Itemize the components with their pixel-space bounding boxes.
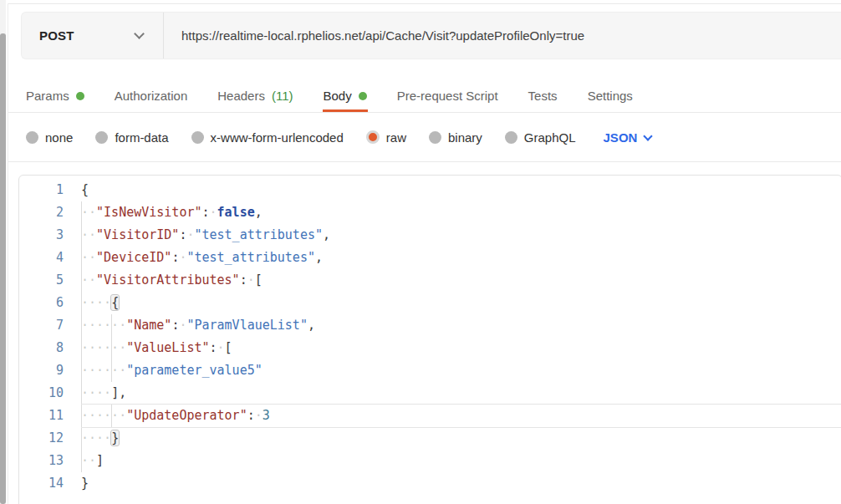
body-mode-raw[interactable]: raw — [366, 130, 406, 145]
code-text[interactable]: ··"DeviceID":·"test_attributes", — [81, 247, 841, 269]
code-line[interactable]: 8······"ValueList":·[ — [19, 337, 841, 359]
line-number: 10 — [19, 382, 71, 405]
chevron-down-icon — [644, 131, 653, 140]
line-number: 8 — [19, 337, 71, 359]
code-line[interactable]: 12····} — [19, 427, 841, 450]
line-number: 2 — [19, 201, 71, 224]
status-dot — [76, 92, 84, 100]
line-number: 5 — [19, 269, 71, 292]
tabs-divider — [8, 112, 841, 113]
code-line[interactable]: 2··"IsNewVisitor":·false, — [19, 201, 841, 224]
code-text[interactable]: ······"parameter_value5" — [81, 359, 841, 382]
body-mode-row: noneform-datax-www-form-urlencodedrawbin… — [26, 115, 651, 159]
code-line[interactable]: 6····{ — [19, 292, 841, 314]
code-line[interactable]: 11······"UpdateOperator":·3 — [19, 405, 841, 427]
tab-tests[interactable]: Tests — [528, 79, 558, 112]
request-tabs: ParamsAuthorizationHeaders(11)BodyPre-re… — [26, 79, 633, 112]
tab-authorization[interactable]: Authorization — [115, 79, 188, 112]
line-number: 1 — [19, 179, 71, 201]
code-text[interactable]: ··"IsNewVisitor":·false, — [81, 201, 841, 224]
body-mode-form-data[interactable]: form-data — [95, 130, 168, 145]
code-line[interactable]: 4··"DeviceID":·"test_attributes", — [19, 247, 841, 269]
body-mode-binary[interactable]: binary — [429, 130, 482, 145]
panel-top-border — [8, 3, 841, 4]
tab-headers[interactable]: Headers(11) — [217, 79, 293, 112]
left-scrollbar-thumb[interactable] — [0, 33, 6, 504]
radio-icon — [366, 130, 380, 144]
line-number: 6 — [19, 292, 71, 314]
line-number: 7 — [19, 314, 71, 337]
radio-icon — [95, 131, 108, 144]
method-label: POST — [39, 28, 74, 43]
line-number: 9 — [19, 359, 71, 382]
status-dot — [359, 92, 367, 100]
code-text[interactable]: ····{ — [81, 292, 841, 314]
code-text[interactable]: { — [81, 179, 841, 201]
code-line[interactable]: 3··"VisitorID":·"test_attributes", — [19, 224, 841, 247]
body-mode-x-www-form-urlencoded[interactable]: x-www-form-urlencoded — [191, 130, 344, 145]
tab-label: Params — [26, 89, 69, 103]
code-line[interactable]: 1{ — [19, 179, 841, 201]
radio-icon — [191, 131, 204, 144]
url-input[interactable]: https://realtime-local.rphelios.net/api/… — [164, 13, 841, 59]
code-line[interactable]: 14} — [19, 472, 841, 495]
code-line[interactable]: 13··] — [19, 450, 841, 472]
code-line[interactable]: 7······"Name":·"ParamVlaueList", — [19, 314, 841, 337]
language-dropdown[interactable]: JSON — [604, 130, 652, 145]
radio-icon — [26, 131, 38, 144]
body-mode-label: none — [45, 130, 73, 145]
code-line[interactable]: 5··"VisitorAttributes":·[ — [19, 269, 841, 292]
body-mode-label: x-www-form-urlencoded — [211, 130, 344, 145]
code-line[interactable]: 9······"parameter_value5" — [19, 359, 841, 382]
code-text[interactable]: ······"UpdateOperator":·3 — [81, 405, 841, 427]
request-builder-panel: POST https://realtime-local.rphelios.net… — [0, 0, 841, 504]
code-area[interactable]: 1{2··"IsNewVisitor":·false,3··"VisitorID… — [19, 176, 841, 495]
code-text[interactable]: ··] — [81, 450, 841, 472]
line-number: 12 — [19, 427, 71, 450]
tab-label: Tests — [528, 89, 558, 103]
panel-left-border — [8, 3, 8, 504]
radio-icon — [429, 131, 441, 144]
body-mode-label: raw — [386, 130, 406, 145]
url-bar: POST https://realtime-local.rphelios.net… — [21, 12, 841, 59]
modes-divider — [8, 161, 841, 162]
tab-count-badge: (11) — [272, 89, 293, 103]
tab-label: Settings — [588, 89, 633, 103]
line-number: 4 — [19, 247, 71, 269]
body-mode-label: form-data — [115, 130, 168, 145]
line-number: 3 — [19, 224, 71, 247]
tab-label: Authorization — [115, 89, 188, 103]
body-mode-label: binary — [448, 130, 482, 145]
body-mode-graphql[interactable]: GraphQL — [505, 130, 576, 145]
code-text[interactable]: ····} — [81, 427, 841, 450]
body-mode-label: GraphQL — [524, 130, 576, 145]
line-number: 13 — [19, 450, 71, 472]
chevron-down-icon — [134, 28, 145, 39]
radio-icon — [505, 131, 517, 144]
method-select[interactable]: POST — [22, 13, 164, 59]
tab-label: Headers — [217, 89, 265, 103]
code-text[interactable]: ··"VisitorAttributes":·[ — [81, 269, 841, 292]
line-number: 11 — [19, 405, 71, 427]
code-line[interactable]: 10····], — [19, 382, 841, 405]
tab-pre-request-script[interactable]: Pre-request Script — [397, 79, 498, 112]
line-number: 14 — [19, 472, 71, 495]
code-text[interactable]: ··"VisitorID":·"test_attributes", — [81, 224, 841, 247]
language-label: JSON — [604, 130, 638, 145]
body-mode-none[interactable]: none — [26, 130, 73, 145]
tab-settings[interactable]: Settings — [588, 79, 633, 112]
code-text[interactable]: } — [81, 472, 841, 495]
tab-body[interactable]: Body — [324, 79, 367, 112]
tab-params[interactable]: Params — [26, 79, 84, 112]
tab-label: Body — [324, 89, 352, 103]
tab-label: Pre-request Script — [397, 89, 498, 103]
left-scrollbar-track[interactable] — [0, 0, 6, 504]
code-text[interactable]: ····], — [81, 382, 841, 405]
code-text[interactable]: ······"Name":·"ParamVlaueList", — [81, 314, 841, 337]
code-text[interactable]: ······"ValueList":·[ — [81, 337, 841, 359]
body-editor[interactable]: 1{2··"IsNewVisitor":·false,3··"VisitorID… — [18, 175, 841, 504]
